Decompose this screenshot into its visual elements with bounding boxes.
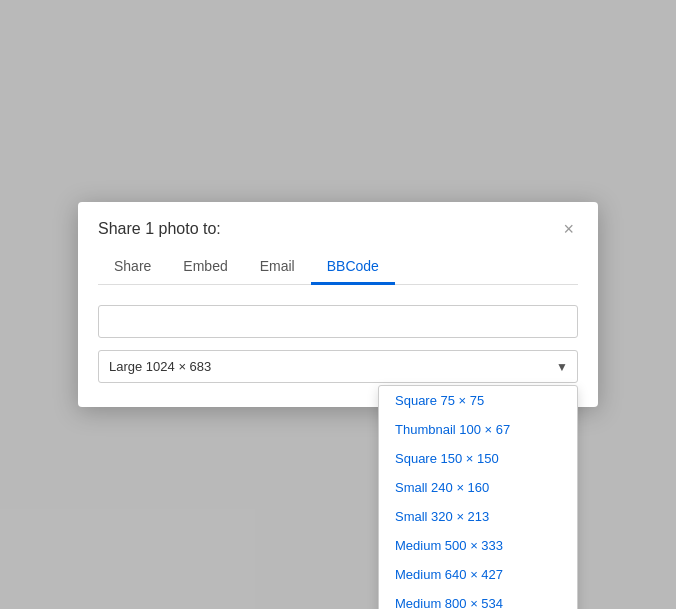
tab-share[interactable]: Share [98,250,167,285]
size-select-button[interactable]: Large 1024 × 683 [98,350,578,383]
dropdown-item[interactable]: Thumbnail 100 × 67 [379,415,577,444]
close-button[interactable]: × [559,220,578,238]
dropdown-item[interactable]: Medium 800 × 534 [379,589,577,609]
bbcode-input[interactable] [98,305,578,338]
dialog-header: Share 1 photo to: × [78,202,598,238]
tab-bar: ShareEmbedEmailBBCode [98,250,578,285]
dropdown-item[interactable]: Small 320 × 213 [379,502,577,531]
size-dropdown-menu: Square 75 × 75Thumbnail 100 × 67Square 1… [378,385,578,609]
tab-embed[interactable]: Embed [167,250,243,285]
dialog-body: Large 1024 × 683 ▼ Square 75 × 75Thumbna… [78,285,598,407]
dropdown-item[interactable]: Small 240 × 160 [379,473,577,502]
dropdown-item[interactable]: Square 150 × 150 [379,444,577,473]
dialog-title: Share 1 photo to: [98,220,221,238]
dropdown-item[interactable]: Medium 500 × 333 [379,531,577,560]
tab-bbcode[interactable]: BBCode [311,250,395,285]
size-select-container: Large 1024 × 683 ▼ Square 75 × 75Thumbna… [98,350,578,383]
dropdown-item[interactable]: Medium 640 × 427 [379,560,577,589]
tab-email[interactable]: Email [244,250,311,285]
share-dialog: Share 1 photo to: × ShareEmbedEmailBBCod… [78,202,598,407]
dropdown-item[interactable]: Square 75 × 75 [379,386,577,415]
